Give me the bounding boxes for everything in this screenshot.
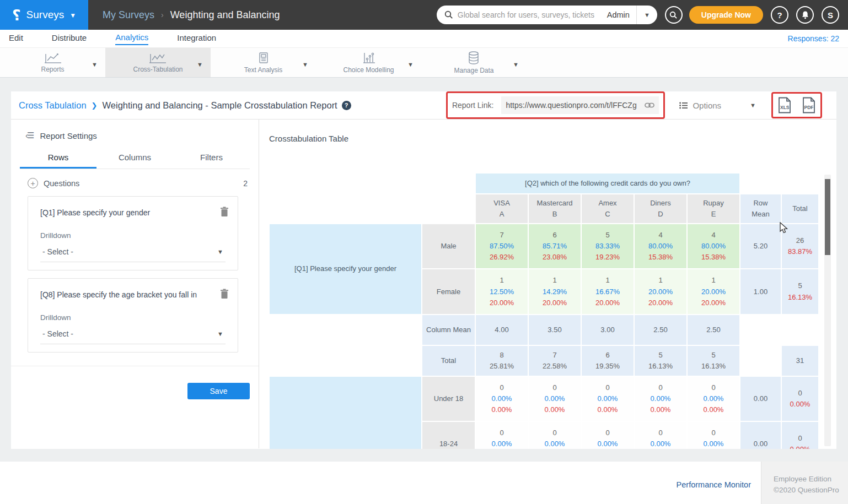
row-mean-cell: 0.00: [740, 377, 781, 421]
my-surveys-link[interactable]: My Surveys: [103, 9, 154, 21]
select-value: - Select -: [42, 247, 73, 256]
performance-monitor-link[interactable]: Performance Monitor: [677, 480, 751, 489]
report-settings-panel: ‹☰ Report Settings Rows Columns Filters …: [11, 120, 259, 448]
chevron-down-icon[interactable]: ▼: [637, 12, 657, 18]
edition-info: Employee Edition ©2020 QuestionPro: [761, 462, 848, 504]
crosstab-cell: 00.00%0.00%: [476, 377, 528, 421]
summary-cell: 4.00: [476, 315, 528, 345]
total-cell: 2683.87%: [782, 224, 818, 268]
divider: [11, 366, 259, 366]
chevron-down-icon[interactable]: ▼: [302, 61, 308, 68]
menu-integration[interactable]: Integration: [177, 33, 216, 45]
summary-label: Column Mean: [422, 315, 475, 345]
scatter-chart-icon: [362, 51, 376, 64]
table-scrollbar-track[interactable]: [824, 175, 831, 446]
drilldown-select-q1[interactable]: - Select - ▼: [40, 240, 226, 262]
chevron-down-icon[interactable]: ▼: [197, 61, 203, 68]
menu-distribute[interactable]: Distribute: [52, 33, 87, 45]
link-icon[interactable]: [645, 102, 654, 109]
chevron-down-icon: ▼: [750, 102, 756, 109]
row-mean-cell: 0.00: [740, 422, 781, 449]
product-switcher[interactable]: ? Surveys ▼: [0, 0, 88, 30]
delete-icon[interactable]: [220, 289, 229, 299]
report-link-label: Report Link:: [452, 101, 493, 110]
add-question-button[interactable]: +: [28, 178, 38, 188]
copyright-label: ©2020 QuestionPro: [774, 485, 848, 496]
user-avatar[interactable]: S: [822, 6, 839, 24]
crosstab-cell: 00.00%0.00%: [688, 377, 739, 421]
tool-label: Text Analysis: [244, 66, 282, 74]
page-footer: Performance Monitor Employee Edition ©20…: [0, 462, 848, 504]
row-label: Female: [422, 269, 475, 313]
table-scrollbar-thumb[interactable]: [825, 179, 830, 255]
export-pdf-icon[interactable]: PDF: [802, 97, 816, 113]
tool-reports[interactable]: Reports ▼: [0, 48, 105, 77]
tool-manage-data[interactable]: Manage Data ▼: [421, 48, 527, 77]
search-scope-value[interactable]: Admin: [600, 6, 637, 24]
tool-text-analysis[interactable]: Text Analysis ▼: [211, 48, 316, 77]
edition-label: Employee Edition: [774, 474, 848, 485]
column-header: RupayE: [688, 194, 739, 223]
total-cell: 516.13%: [782, 269, 818, 313]
tab-filters[interactable]: Filters: [173, 153, 250, 169]
chevron-down-icon[interactable]: ▼: [92, 61, 98, 68]
spacer-cell: [270, 194, 475, 223]
drilldown-select-q8[interactable]: - Select - ▼: [40, 322, 226, 344]
save-button[interactable]: Save: [187, 383, 250, 399]
column-header: AmexC: [582, 194, 634, 223]
tool-label: Choice Modelling: [343, 66, 394, 74]
collapse-panel-icon[interactable]: ‹☰: [25, 131, 33, 140]
crosstab-cell: 480.00%15.38%: [688, 224, 739, 268]
spacer-cell: [270, 346, 421, 376]
cross-tabulation-link[interactable]: Cross Tabulation: [19, 100, 87, 111]
spacer-cell: [740, 174, 781, 193]
help-icon[interactable]: ?: [342, 101, 351, 110]
tab-columns[interactable]: Columns: [96, 153, 173, 169]
search-icon: [669, 11, 678, 19]
options-dropdown[interactable]: Options ▼: [679, 101, 756, 110]
crosstab-title: Crosstabulation Table: [269, 134, 348, 143]
export-xls-icon[interactable]: XLS: [777, 97, 792, 113]
report-link-input[interactable]: [506, 101, 645, 110]
menu-analytics[interactable]: Analytics: [115, 32, 148, 45]
document-icon: [257, 51, 270, 64]
row-mean-cell: 5.20: [740, 224, 781, 268]
breadcrumb-separator: ❯: [92, 101, 98, 110]
tool-label: Cross-Tabulation: [133, 66, 183, 73]
crosstab-cell: 00.00%0.00%: [635, 377, 686, 421]
product-name: Surveys: [26, 9, 65, 21]
menu-edit[interactable]: Edit: [9, 33, 23, 45]
analytics-toolbar: Reports ▼ Cross-Tabulation ▼ Text Analys…: [0, 48, 848, 78]
spacer-cell: [782, 174, 818, 193]
responses-count[interactable]: Responses: 22: [788, 34, 839, 43]
global-search-input[interactable]: [458, 10, 600, 19]
survey-menu-bar: Edit Distribute Analytics Integration Re…: [0, 30, 848, 48]
upgrade-now-button[interactable]: Upgrade Now: [689, 6, 763, 24]
report-link-highlight: Report Link:: [446, 91, 665, 119]
tool-cross-tabulation[interactable]: Cross-Tabulation ▼: [105, 48, 211, 77]
crosstab-cell: 00.00%0.00%: [582, 377, 634, 421]
tool-choice-modelling[interactable]: Choice Modelling ▼: [316, 48, 421, 77]
crosstab-cell: 116.67%20.00%: [582, 269, 634, 313]
chevron-down-icon[interactable]: ▼: [513, 61, 519, 68]
crosstab-cell: 00.00%0.00%: [476, 422, 528, 449]
summary-total-cell: 31: [782, 346, 818, 376]
bell-icon: [801, 10, 809, 19]
survey-breadcrumb: My Surveys › Weighting and Balancing: [103, 9, 280, 21]
survey-title: Weighting and Balancing: [170, 9, 280, 21]
crosstab-table: [Q2] which of the following credit cards…: [269, 172, 819, 449]
delete-icon[interactable]: [220, 207, 229, 217]
tab-rows[interactable]: Rows: [20, 153, 96, 169]
crosstab-cell: 00.00%0.00%: [529, 377, 581, 421]
summary-cell: 2.50: [635, 315, 686, 345]
drilldown-label: Drilldown: [40, 313, 226, 322]
search-button[interactable]: [665, 6, 683, 24]
global-search: Admin ▼: [437, 6, 657, 24]
line-chart-icon: [148, 52, 167, 64]
chevron-down-icon[interactable]: ▼: [407, 61, 414, 68]
notifications-button[interactable]: [796, 6, 814, 24]
help-button[interactable]: ?: [771, 6, 788, 24]
questions-count: 2: [243, 179, 248, 188]
options-label: Options: [693, 101, 721, 110]
question-title: [Q1] Please specify your gender: [40, 208, 206, 218]
